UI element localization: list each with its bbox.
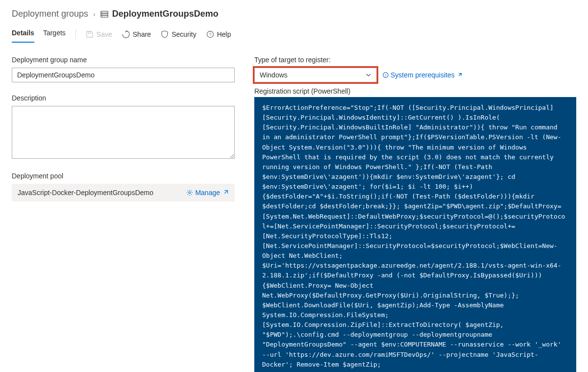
share-button[interactable]: Share — [122, 30, 151, 38]
gear-icon — [186, 189, 193, 196]
description-label: Description — [12, 94, 235, 102]
script-label: Registration script (PowerShell) — [254, 87, 576, 95]
chevron-down-icon — [366, 72, 371, 78]
pool-readonly: JavaScript-Docker-DeploymentGroupsDemo M… — [12, 184, 235, 201]
registration-script[interactable]: $ErrorActionPreference="Stop";If(-NOT ([… — [254, 97, 576, 372]
breadcrumb-current: DeploymentGroupsDemo — [112, 9, 219, 19]
breadcrumb: Deployment groups › DeploymentGroupsDemo — [12, 9, 576, 19]
server-icon — [100, 10, 108, 18]
shield-icon — [161, 30, 169, 38]
system-prerequisites-link[interactable]: i System prerequisites — [383, 71, 463, 79]
external-link-icon — [457, 72, 463, 78]
help-icon: ? — [206, 30, 214, 38]
name-label: Deployment group name — [12, 56, 235, 64]
help-label: Help — [217, 30, 231, 38]
chevron-right-icon: › — [93, 10, 96, 18]
divider — [75, 29, 76, 39]
name-input[interactable] — [12, 68, 235, 82]
save-icon — [86, 30, 94, 38]
tabbar: Details Targets Save Share Securi — [12, 26, 576, 43]
breadcrumb-parent[interactable]: Deployment groups — [12, 9, 88, 19]
security-label: Security — [172, 30, 196, 38]
svg-point-9 — [189, 192, 191, 194]
target-type-value: Windows — [260, 71, 288, 79]
save-label: Save — [97, 30, 112, 38]
svg-text:i: i — [385, 73, 386, 77]
svg-point-3 — [102, 12, 102, 12]
svg-text:?: ? — [209, 32, 211, 37]
manage-label: Manage — [195, 189, 220, 197]
manage-link[interactable]: Manage — [186, 189, 229, 197]
svg-point-4 — [102, 14, 102, 14]
pool-value: JavaScript-Docker-DeploymentGroupsDemo — [18, 189, 153, 197]
external-link-icon — [222, 189, 229, 196]
svg-rect-6 — [88, 31, 91, 33]
help-button[interactable]: ? Help — [206, 30, 231, 38]
share-icon — [122, 30, 130, 38]
svg-point-5 — [102, 16, 102, 16]
prereq-label: System prerequisites — [391, 71, 455, 79]
save-button: Save — [86, 30, 112, 38]
security-button[interactable]: Security — [161, 30, 196, 38]
description-input[interactable] — [12, 106, 235, 159]
target-type-select[interactable]: Windows — [254, 68, 377, 82]
pool-label: Deployment pool — [12, 172, 235, 180]
tab-details[interactable]: Details — [12, 26, 34, 43]
share-label: Share — [133, 30, 151, 38]
target-type-label: Type of target to register: — [254, 56, 576, 64]
tab-targets[interactable]: Targets — [43, 26, 66, 43]
